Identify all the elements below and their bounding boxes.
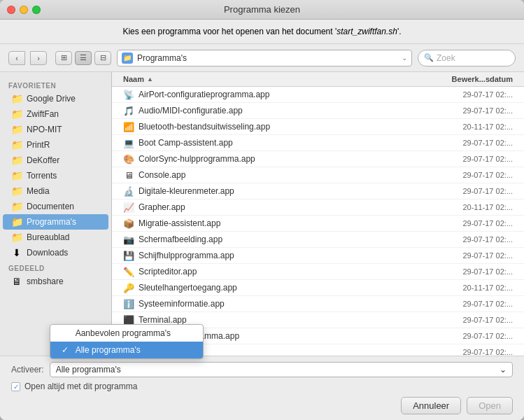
table-row[interactable]: 📶 Bluetooth-bestandsuitwisseling.app 20-… [112, 119, 524, 135]
sidebar-item-label: Programma's [27, 217, 76, 227]
always-open-checkbox[interactable]: ✓ [11, 382, 20, 391]
file-icon: 📶 [123, 121, 134, 132]
table-row[interactable]: ✏️ Scripteditor.app 29-07-17 02:... [112, 264, 524, 280]
location-bar[interactable]: 📁 Programma's ⌄ [117, 50, 412, 66]
file-name-text: Sleutelhangertoegang.app [139, 283, 237, 293]
file-date: 29-07-17 02:... [443, 348, 513, 356]
file-date: 29-07-17 02:... [443, 316, 513, 324]
favorites-label: FAVORIETEN [0, 78, 111, 91]
google-drive-icon: 📁 [11, 93, 22, 104]
sidebar-item-dekoffer[interactable]: 📁 DeKoffer [3, 153, 108, 168]
location-dropdown-arrow: ⌄ [402, 54, 407, 62]
activeer-dropdown-menu[interactable]: Aanbevolen programma's ✓ Alle programma'… [50, 324, 204, 359]
file-date: 20-11-17 02:... [443, 122, 513, 131]
minimize-button[interactable] [20, 6, 28, 14]
icon-view-button[interactable]: ⊞ [55, 51, 72, 65]
sidebar-item-bureaublad[interactable]: 📁 Bureaublad [3, 230, 108, 245]
file-icon: 📷 [123, 234, 134, 245]
file-date: 29-07-17 02:... [443, 219, 513, 227]
file-date: 20-11-17 02:... [443, 284, 513, 292]
column-view-button[interactable]: ⊟ [94, 51, 111, 65]
dropdown-item-label: Alle programma's [76, 345, 141, 355]
column-date[interactable]: Bewerk...sdatum [443, 75, 513, 83]
sidebar-item-printr[interactable]: 📁 PrintR [3, 137, 108, 153]
file-name-text: ColorSync-hulpprogramma.app [139, 154, 255, 164]
smbshare-icon: 🖥 [11, 276, 22, 287]
table-row[interactable]: 🔑 Sleutelhangertoegang.app 20-11-17 02:.… [112, 280, 524, 296]
search-input[interactable]: Zoek [437, 53, 455, 63]
file-list-header: Naam ▲ Bewerk...sdatum [112, 72, 524, 87]
sidebar-item-torrents[interactable]: 📁 Torrents [3, 168, 108, 183]
sidebar-item-label: Media [27, 186, 50, 196]
file-name-text: Console.app [139, 170, 185, 180]
column-name[interactable]: Naam ▲ [123, 75, 443, 83]
activeer-dropdown[interactable]: Alle programma's ⌄ [50, 362, 513, 377]
dropdown-item-alle[interactable]: ✓ Alle programma's [50, 342, 203, 358]
file-icon: 📈 [123, 202, 134, 213]
subtitle-bar: Kies een programma voor het openen van h… [0, 20, 524, 44]
file-icon: 🎨 [123, 153, 134, 164]
table-row[interactable]: 💾 Schijfhulpprogramma.app 29-07-17 02:..… [112, 248, 524, 264]
sidebar-item-npo-mit[interactable]: 📁 NPO-MIT [3, 122, 108, 137]
table-row[interactable]: 🎵 Audio/MIDI-configuratie.app 29-07-17 0… [112, 103, 524, 119]
cancel-button[interactable]: Annuleer [401, 397, 461, 414]
sidebar: FAVORIETEN 📁 Google Drive 📁 ZwiftFan 📁 N… [0, 72, 112, 356]
file-icon: 📦 [123, 218, 134, 229]
open-button[interactable]: Open [467, 397, 513, 414]
close-button[interactable] [7, 6, 15, 14]
file-icon: 💾 [123, 250, 134, 261]
file-date: 29-07-17 02:... [443, 300, 513, 308]
table-row[interactable]: 🎨 ColorSync-hulpprogramma.app 29-07-17 0… [112, 151, 524, 167]
table-row[interactable]: 📦 Migratie-assistent.app 29-07-17 02:... [112, 216, 524, 232]
table-row[interactable]: ℹ️ Systeeminformatie.app 29-07-17 02:... [112, 296, 524, 312]
npo-mit-icon: 📁 [11, 124, 22, 135]
sidebar-item-media[interactable]: 📁 Media [3, 183, 108, 199]
file-name-text: Schijfhulpprogramma.app [139, 251, 234, 260]
file-date: 29-07-17 02:... [443, 332, 513, 340]
file-date: 29-07-17 02:... [443, 251, 513, 260]
table-row[interactable]: 🔬 Digitale-kleurenmeter.app 29-07-17 02:… [112, 183, 524, 200]
dropdown-item-label: Aanbevolen programma's [76, 328, 171, 338]
dropdown-arrow-icon: ⌄ [500, 365, 507, 374]
table-row[interactable]: 📈 Grapher.app 20-11-17 02:... [112, 200, 524, 216]
table-row[interactable]: 🖥 Console.app 29-07-17 02:... [112, 167, 524, 183]
forward-button[interactable]: › [30, 51, 47, 65]
file-name-text: Digitale-kleurenmeter.app [139, 186, 234, 196]
file-date: 29-07-17 02:... [443, 155, 513, 163]
titlebar: Programma kiezen [0, 0, 524, 20]
sidebar-item-label: DeKoffer [27, 155, 59, 165]
activeer-label: Activeer: [11, 365, 44, 374]
sidebar-item-smbshare[interactable]: 🖥 smbshare [3, 274, 108, 289]
view-buttons: ⊞ ☰ ⊟ [55, 51, 111, 65]
downloads-icon: ⬇ [11, 247, 22, 258]
sidebar-item-downloads[interactable]: ⬇ Downloads [3, 245, 108, 260]
file-icon: 🔬 [123, 186, 134, 197]
table-row[interactable]: 💻 Boot Camp-assistent.app 29-07-17 02:..… [112, 135, 524, 151]
file-date: 29-07-17 02:... [443, 171, 513, 179]
sidebar-item-label: ZwiftFan [27, 109, 59, 119]
dropdown-item-aanbevolen[interactable]: Aanbevolen programma's [50, 325, 203, 342]
table-row[interactable]: 📡 AirPort-configuratieprogramma.app 29-0… [112, 87, 524, 103]
programmas-icon: 📁 [11, 216, 22, 227]
sidebar-item-label: Torrents [27, 171, 57, 181]
sidebar-item-zwiftfan[interactable]: 📁 ZwiftFan [3, 106, 108, 122]
folder-icon: 📁 [122, 52, 133, 64]
table-row[interactable]: 📷 Schermafbeelding.app 29-07-17 02:... [112, 232, 524, 248]
sidebar-item-google-drive[interactable]: 📁 Google Drive [3, 91, 108, 106]
maximize-button[interactable] [32, 6, 41, 14]
dropdown-selected-text: Alle programma's [56, 365, 121, 374]
file-icon: 🎵 [123, 105, 134, 116]
file-name-text: Schermafbeelding.app [139, 234, 222, 244]
sidebar-item-documenten[interactable]: 📁 Documenten [3, 199, 108, 214]
file-icon: 🔑 [123, 282, 134, 293]
file-name-text: Grapher.app [139, 202, 185, 212]
list-view-button[interactable]: ☰ [75, 51, 92, 65]
sort-arrow-icon: ▲ [147, 76, 153, 83]
search-bar[interactable]: 🔍 Zoek [418, 50, 516, 66]
file-icon: ✏️ [123, 266, 134, 277]
file-date: 29-07-17 02:... [443, 267, 513, 276]
sidebar-item-programmas[interactable]: 📁 Programma's [3, 214, 108, 230]
file-date: 20-11-17 02:... [443, 203, 513, 211]
subtitle-text: Kies een programma voor het openen van h… [122, 27, 401, 36]
back-button[interactable]: ‹ [8, 51, 25, 65]
